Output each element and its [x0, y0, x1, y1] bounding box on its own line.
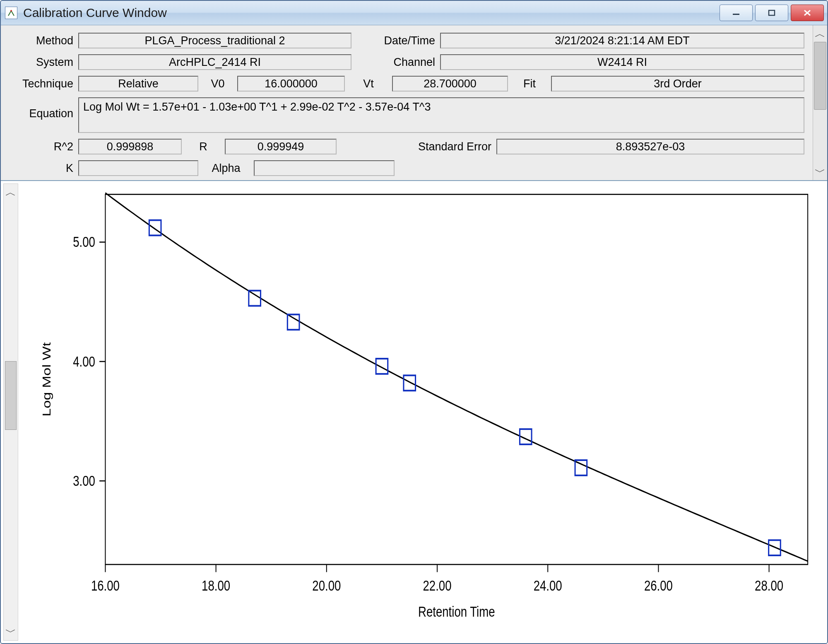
scroll-up-icon[interactable]: ︿	[813, 25, 827, 42]
svg-text:Retention  Time: Retention Time	[418, 603, 495, 620]
channel-label: Channel	[356, 56, 435, 69]
maximize-icon	[766, 9, 777, 17]
v0-field[interactable]: 16.000000	[237, 76, 345, 92]
technique-label: Technique	[9, 77, 73, 90]
datetime-label: Date/Time	[356, 34, 435, 47]
svg-rect-28	[287, 314, 299, 330]
svg-rect-30	[404, 375, 416, 391]
svg-rect-3	[105, 194, 808, 564]
k-label: K	[9, 162, 73, 175]
v0-label: V0	[203, 77, 232, 90]
titlebar[interactable]: Calibration Curve Window	[1, 1, 827, 25]
svg-text:Log Mol Wt: Log Mol Wt	[40, 342, 53, 417]
scroll-thumb[interactable]	[814, 42, 826, 110]
chart-scroll-track[interactable]	[4, 200, 18, 624]
scroll-track[interactable]	[813, 42, 827, 164]
close-button[interactable]	[791, 5, 824, 21]
alpha-field[interactable]	[254, 160, 395, 176]
chart-panel: ︿ ﹀ 16.0018.0020.0022.0024.0026.0028.003…	[1, 181, 827, 643]
svg-point-0	[10, 10, 12, 12]
method-label: Method	[9, 34, 73, 47]
method-field[interactable]: PLGA_Process_traditional 2	[78, 33, 351, 48]
svg-text:20.00: 20.00	[312, 577, 341, 594]
window-controls	[720, 5, 824, 21]
form-panel: Method PLGA_Process_traditional 2 Date/T…	[1, 25, 827, 181]
svg-rect-1	[733, 14, 739, 15]
scroll-down-icon[interactable]: ﹀	[813, 164, 827, 180]
stderr-label: Standard Error	[396, 140, 491, 153]
form-area: Method PLGA_Process_traditional 2 Date/T…	[1, 25, 813, 180]
svg-rect-26	[149, 220, 161, 236]
vt-field[interactable]: 28.700000	[392, 76, 508, 92]
svg-text:5.00: 5.00	[73, 234, 95, 250]
alpha-label: Alpha	[203, 162, 249, 175]
close-icon	[802, 9, 813, 17]
chart-scroll-up-icon[interactable]: ︿	[4, 184, 18, 200]
svg-text:18.00: 18.00	[202, 577, 230, 594]
chart-scroll-thumb[interactable]	[5, 361, 17, 430]
maximize-button[interactable]	[755, 5, 788, 21]
stderr-field[interactable]: 8.893527e-03	[496, 139, 804, 154]
datetime-field[interactable]: 3/21/2024 8:21:14 AM EDT	[440, 33, 804, 48]
system-field[interactable]: ArcHPLC_2414 RI	[78, 54, 351, 70]
equation-field[interactable]: Log Mol Wt = 1.57e+01 - 1.03e+00 T^1 + 2…	[78, 97, 804, 133]
calibration-curve-window: Calibration Curve Window Method PLGA_Pro…	[0, 0, 828, 644]
vt-label: Vt	[350, 77, 387, 90]
svg-rect-29	[376, 359, 388, 374]
svg-rect-2	[769, 10, 775, 15]
svg-text:16.00: 16.00	[91, 577, 120, 594]
fit-field[interactable]: 3rd Order	[551, 76, 804, 92]
minimize-icon	[730, 9, 742, 17]
r2-field[interactable]: 0.999898	[78, 139, 182, 154]
window-title: Calibration Curve Window	[23, 6, 720, 20]
form-scrollbar[interactable]: ︿ ﹀	[813, 25, 827, 180]
svg-text:3.00: 3.00	[73, 473, 95, 489]
technique-field[interactable]: Relative	[78, 76, 198, 92]
k-field[interactable]	[78, 160, 198, 176]
r2-label: R^2	[9, 140, 73, 153]
svg-text:22.00: 22.00	[423, 577, 451, 594]
chart-scroll-down-icon[interactable]: ﹀	[4, 624, 18, 640]
r-label: R	[187, 140, 220, 153]
channel-field[interactable]: W2414 RI	[440, 54, 804, 70]
svg-text:26.00: 26.00	[644, 577, 673, 594]
chart-scrollbar[interactable]: ︿ ﹀	[3, 183, 18, 641]
minimize-button[interactable]	[720, 5, 753, 21]
svg-text:24.00: 24.00	[534, 577, 562, 594]
equation-label: Equation	[9, 97, 73, 120]
svg-text:28.00: 28.00	[755, 577, 783, 594]
r-field[interactable]: 0.999949	[225, 139, 337, 154]
system-label: System	[9, 56, 73, 69]
app-icon	[5, 7, 17, 19]
calibration-chart[interactable]: 16.0018.0020.0022.0024.0026.0028.003.004…	[21, 183, 825, 641]
svg-rect-27	[249, 291, 261, 306]
svg-text:4.00: 4.00	[73, 353, 95, 369]
fit-label: Fit	[513, 77, 546, 90]
